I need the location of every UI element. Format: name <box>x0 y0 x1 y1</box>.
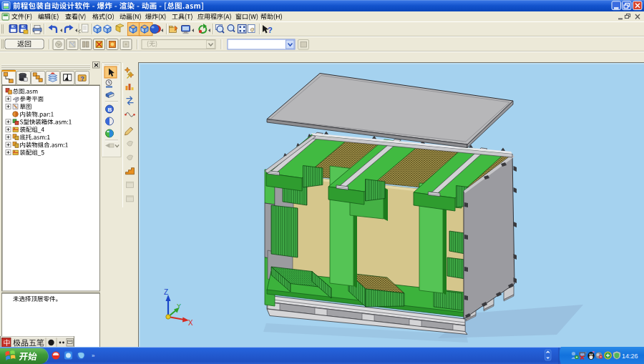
svg-text:?: ? <box>80 75 84 82</box>
svg-text:B: B <box>108 107 112 113</box>
svg-text:?: ? <box>268 26 273 34</box>
svg-text:14:26: 14:26 <box>622 353 638 360</box>
svg-text:»: » <box>92 353 95 359</box>
svg-text:Z: Z <box>164 288 168 296</box>
svg-text:Y: Y <box>177 302 181 310</box>
svg-text:X: X <box>188 319 193 327</box>
